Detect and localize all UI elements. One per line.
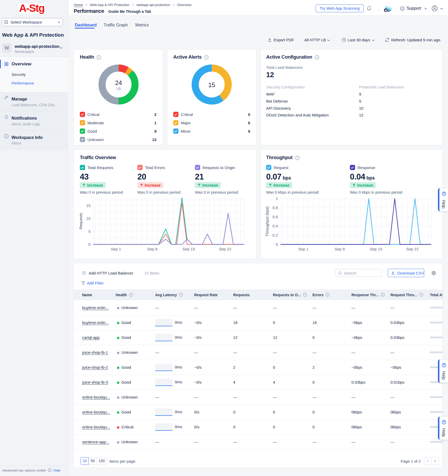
svg-text:Sep 1: Sep 1	[298, 247, 308, 251]
svg-text:10: 10	[86, 216, 91, 221]
svg-text:Sep 15: Sep 15	[182, 247, 195, 251]
svg-text:0.8: 0.8	[272, 205, 278, 210]
svg-text:Sep 22: Sep 22	[406, 247, 419, 251]
svg-text:Sep 8: Sep 8	[147, 247, 157, 251]
svg-text:Sep 1: Sep 1	[111, 247, 121, 251]
svg-text:0.4: 0.4	[272, 224, 278, 228]
svg-text:Sep 8: Sep 8	[334, 247, 345, 251]
svg-text:0.2: 0.2	[272, 233, 278, 237]
svg-text:0: 0	[88, 242, 91, 247]
svg-text:Requests: Requests	[79, 213, 83, 229]
svg-text:15: 15	[86, 203, 91, 208]
svg-text:0: 0	[276, 242, 278, 247]
svg-text:Sep 22: Sep 22	[219, 247, 231, 251]
svg-text:Sep 15: Sep 15	[370, 247, 382, 251]
svg-text:5: 5	[88, 229, 91, 234]
svg-text:0.6: 0.6	[272, 215, 278, 219]
svg-text:Throughput (bps): Throughput (bps)	[265, 206, 269, 237]
svg-text:1: 1	[276, 196, 278, 201]
